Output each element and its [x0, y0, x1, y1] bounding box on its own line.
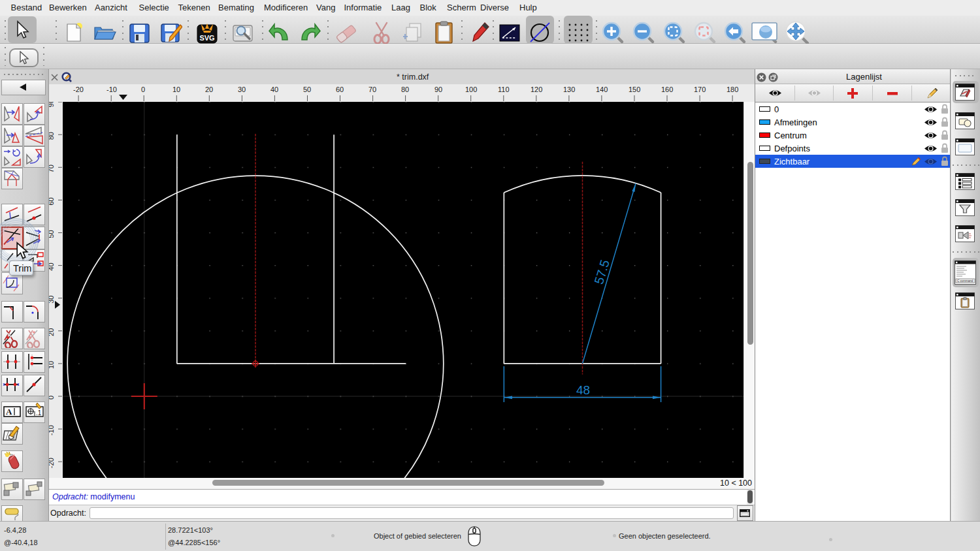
- svg-text:0: 0: [49, 395, 55, 399]
- svg-text:20: 20: [49, 328, 55, 336]
- svg-text:-20: -20: [49, 458, 55, 468]
- svg-text:90: 90: [49, 102, 55, 107]
- svg-text:40: 40: [49, 262, 55, 270]
- svg-text:SVG: SVG: [199, 34, 214, 42]
- svg-text:80: 80: [49, 132, 55, 140]
- svg-text:A: A: [6, 407, 12, 417]
- svg-text:-10: -10: [49, 425, 55, 435]
- svg-text:48: 48: [576, 383, 590, 396]
- svg-text:50: 50: [49, 230, 55, 238]
- svg-text:70: 70: [49, 165, 55, 172]
- svg-text:10: 10: [49, 360, 55, 368]
- svg-text:.1: .1: [36, 409, 42, 417]
- svg-text:30: 30: [49, 295, 55, 303]
- svg-text:C command: C command: [957, 279, 973, 283]
- svg-text:60: 60: [49, 197, 55, 205]
